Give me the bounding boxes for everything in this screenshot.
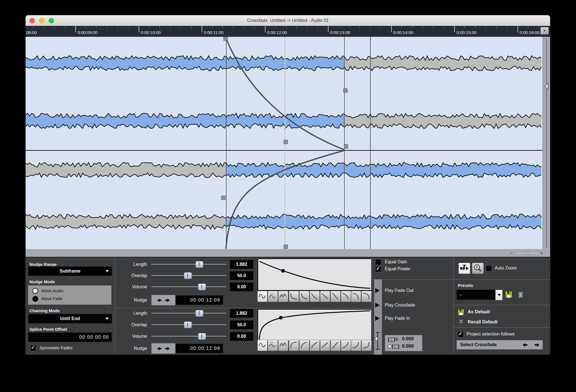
fade-handle[interactable] (224, 37, 228, 41)
vertical-zoom-scrollbar[interactable] (543, 37, 550, 249)
fadein-preset-button-1[interactable] (289, 340, 299, 351)
fadeout-volume-value[interactable]: 0.00 (230, 282, 253, 291)
fadein-preset-button-5[interactable] (330, 340, 341, 351)
fadein-volume-slider[interactable] (151, 336, 226, 337)
audition-value-2[interactable]: 0.000 (402, 343, 414, 349)
fadein-curve-display[interactable] (258, 309, 372, 341)
fader-handle-icon[interactable] (374, 336, 378, 342)
fadeout-preset-button-5[interactable] (330, 291, 341, 302)
presets-dropdown-button[interactable] (495, 290, 503, 300)
timeline-ruler[interactable]: 0:00:09:000:00:10:000:00:11:000:00:12:00… (26, 26, 550, 37)
presets-dropdown[interactable]: - (456, 290, 498, 300)
zoom-in-icon[interactable]: + (540, 249, 543, 257)
nudge-left-icon[interactable] (157, 346, 162, 351)
move-fade-label[interactable]: Move Fade (41, 296, 62, 301)
audition-value-1[interactable]: 0.000 (402, 336, 414, 342)
auto-zoom-label[interactable]: Auto Zoom (495, 266, 517, 271)
play-fade-out-button[interactable]: Play Fade Out (385, 288, 413, 293)
fadeout-length-slider[interactable] (151, 264, 226, 265)
equal-power-checkbox[interactable]: ✓ (375, 266, 381, 272)
nudge-range-dropdown[interactable]: Subframe (28, 266, 112, 276)
project-selection-label[interactable]: Project selection follows (467, 332, 515, 337)
zoom-slider-knob[interactable] (525, 251, 530, 255)
fadein-length-value[interactable]: 1.882 (230, 309, 253, 318)
crossfade-editor-canvas[interactable] (26, 37, 543, 249)
fadeout-curve-type-button-1[interactable] (257, 291, 267, 302)
recall-default-icon[interactable]: ✕ (458, 318, 464, 325)
fade-handle[interactable] (284, 245, 288, 249)
zoom-out-icon[interactable]: − (510, 249, 513, 257)
nudge-right-icon[interactable] (165, 298, 170, 303)
ruler-options-button[interactable]: ▼ (540, 27, 549, 35)
fadein-curve-type-button-1[interactable] (257, 340, 267, 351)
nudge-right-icon[interactable] (165, 346, 170, 351)
fadeout-preset-button-7[interactable] (351, 291, 361, 302)
move-audio-radio[interactable] (32, 288, 38, 294)
fade-handle[interactable] (344, 144, 348, 148)
fadein-preset-button-2[interactable] (299, 340, 309, 351)
fadein-length-thumb[interactable] (195, 310, 203, 317)
fadein-preset-button-7[interactable] (351, 340, 361, 351)
fadeout-overlap-thumb[interactable] (184, 272, 192, 279)
chaining-mode-dropdown[interactable]: Until End (28, 314, 112, 323)
fadeout-preset-button-8[interactable] (361, 291, 372, 302)
fadeout-nudge-time[interactable]: 00:00:12:09 (176, 295, 223, 305)
equal-power-label[interactable]: Equal Power (385, 266, 410, 271)
fade-handle[interactable] (284, 140, 288, 144)
play-crossfade-button[interactable]: Play Crossfade (385, 303, 415, 308)
vscroll-handle-icon[interactable] (544, 83, 549, 90)
play-fade-in-icon[interactable] (375, 316, 380, 321)
fadeout-curve-type-button-3[interactable] (278, 291, 288, 302)
fadeout-curve-display[interactable] (258, 259, 372, 291)
fadeout-preset-button-4[interactable] (320, 291, 330, 302)
fadein-preset-button-8[interactable] (361, 340, 372, 351)
fadeout-volume-slider[interactable] (151, 286, 226, 287)
auto-zoom-checkbox[interactable]: ✓ (486, 265, 492, 271)
play-fade-in-button[interactable]: Play Fade In (385, 316, 410, 321)
fadeout-preset-button-2[interactable] (299, 291, 309, 302)
fadeout-length-value[interactable]: 1.882 (230, 260, 253, 269)
equal-gain-checkbox[interactable]: ✓ (375, 259, 381, 265)
fadein-volume-value[interactable]: 0.00 (230, 332, 253, 341)
fadein-preset-button-6[interactable] (341, 340, 351, 351)
fadeout-curve-type-button-2[interactable] (268, 291, 278, 302)
fadeout-volume-thumb[interactable] (198, 284, 206, 290)
fadeout-overlap-value[interactable]: 50.0 (230, 271, 253, 280)
fadein-overlap-value[interactable]: 50.0 (230, 320, 253, 329)
move-audio-label[interactable]: Move Audio (41, 288, 63, 293)
save-preset-icon[interactable] (505, 291, 513, 298)
play-fade-out-icon[interactable] (375, 288, 380, 293)
splice-point-offset-field[interactable]: 00:00:00:00 (28, 332, 112, 342)
fadein-curve-type-button-3[interactable] (278, 340, 288, 351)
horizontal-zoom-bar[interactable]: − + (26, 249, 550, 257)
fade-handle[interactable] (221, 196, 225, 200)
recall-default-button[interactable]: Recall Default (468, 320, 498, 325)
play-crossfade-icon[interactable] (375, 303, 380, 308)
fadein-nudge-time[interactable]: 00:00:12:09 (176, 344, 223, 353)
as-default-icon[interactable] (458, 309, 464, 316)
fadein-curve-type-button-2[interactable] (268, 340, 278, 351)
delete-preset-icon[interactable] (517, 291, 524, 298)
fadeout-preset-button-1[interactable] (289, 291, 299, 302)
fadeout-preset-button-6[interactable] (341, 291, 351, 302)
fadeout-preset-button-3[interactable] (310, 291, 320, 302)
as-default-button[interactable]: As Default (468, 309, 490, 314)
symmetric-fades-checkbox[interactable]: ✓ (30, 345, 36, 351)
project-selection-checkbox[interactable]: ✓ (458, 331, 464, 337)
nudge-left-icon[interactable] (157, 298, 162, 303)
next-crossfade-icon[interactable] (534, 342, 540, 348)
fadein-length-slider[interactable] (151, 313, 226, 314)
fadein-preset-button-3[interactable] (310, 340, 320, 351)
fadein-volume-thumb[interactable] (198, 333, 206, 340)
zoom-to-crossfade-button[interactable] (458, 263, 470, 274)
fadein-overlap-thumb[interactable] (184, 321, 192, 328)
fadein-preset-button-4[interactable] (320, 340, 330, 351)
equal-gain-label[interactable]: Equal Gain (385, 259, 407, 264)
fadeout-overlap-slider[interactable] (151, 275, 226, 276)
waveform-display[interactable] (26, 37, 543, 249)
fade-handle[interactable] (343, 89, 347, 92)
symmetric-fades-label[interactable]: Symmetric Fades (40, 345, 73, 350)
previous-crossfade-icon[interactable] (522, 342, 528, 348)
move-fade-radio[interactable] (32, 296, 38, 302)
zoom-mode-button[interactable] (472, 263, 484, 274)
